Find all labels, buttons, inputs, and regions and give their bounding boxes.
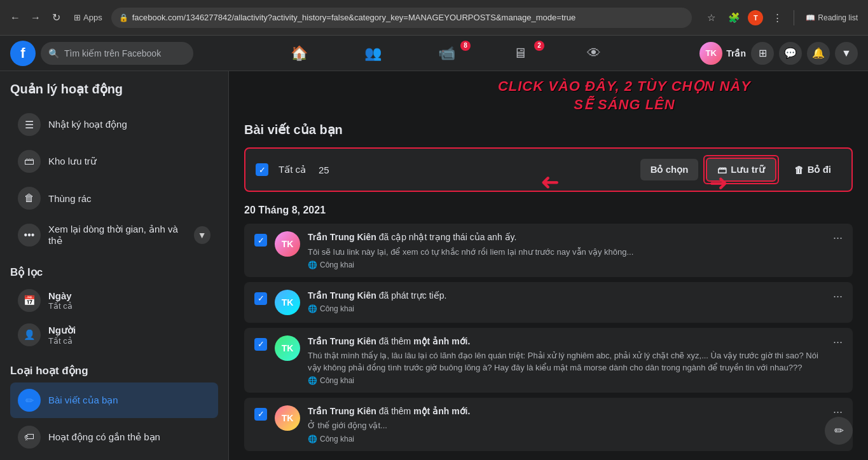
star-button[interactable]: ☆ xyxy=(702,9,720,27)
nav-video[interactable]: 📹 8 xyxy=(411,38,482,69)
content-area: CLICK VÀO ĐÂY, 2 TÙY CHỌN NÀY SẼ SÁNG LÊ… xyxy=(229,71,868,460)
post-desc-4: Ở thế giới động vật... xyxy=(308,420,825,431)
edit-button[interactable]: ✏ xyxy=(825,417,853,445)
post-privacy-2: 🌐 Công khai xyxy=(308,304,825,313)
reading-list-icon: 📖 xyxy=(806,13,815,22)
browser-profile[interactable]: T xyxy=(748,10,763,25)
post-content-2: Trần Trung Kiên đã phát trực tiếp. 🌐 Côn… xyxy=(308,290,825,314)
globe-icon-3: 🌐 xyxy=(308,376,317,385)
apps-label: Apps xyxy=(83,13,102,22)
messenger-button[interactable]: 💬 xyxy=(779,42,802,65)
account-menu-button[interactable]: ▼ xyxy=(835,42,858,65)
nav-right: TK Trần ⊞ 💬 🔔 ▼ xyxy=(699,42,858,65)
post-user-4: Trần Trung Kiên xyxy=(308,406,376,416)
sidebar-item-activity-log[interactable]: ☰ Nhật ký hoạt động xyxy=(10,107,218,142)
select-all-checkbox[interactable]: ✓ xyxy=(256,163,268,176)
post-checkbox-2[interactable]: ✓ xyxy=(254,292,267,305)
post-item-4: ✓ TK Trần Trung Kiên đã thêm một ảnh mới… xyxy=(244,398,853,451)
post-privacy-3: 🌐 Công khai xyxy=(308,376,825,385)
content-header: Bài viết của bạn xyxy=(244,122,853,137)
person-filter-content: Người Tất cả xyxy=(48,325,76,346)
post-more-2[interactable]: ··· xyxy=(833,290,843,303)
post-title-3: Trần Trung Kiên đã thêm một ảnh mới. xyxy=(308,335,825,348)
extensions-button[interactable]: 🧩 xyxy=(725,9,743,27)
nav-marketplace[interactable]: 🖥 2 xyxy=(485,38,556,69)
facebook-logo[interactable]: f xyxy=(10,41,36,66)
divider xyxy=(794,10,794,25)
sidebar-item-your-posts[interactable]: ✏ Bài viết của bạn xyxy=(10,382,218,418)
post-title-1: Trần Trung Kiên đã cập nhật trạng thái c… xyxy=(308,231,825,244)
apps-button[interactable]: ⊞ Apps xyxy=(70,11,106,24)
archive-button[interactable]: 🗃 Lưu trữ xyxy=(706,158,776,182)
post-user-3: Trần Trung Kiên xyxy=(308,336,376,346)
trash-label: Thùng rác xyxy=(48,193,92,204)
nav-friends[interactable]: 👥 xyxy=(337,38,408,69)
filter-person[interactable]: 👤 Người Tất cả xyxy=(10,318,218,351)
sidebar-item-timeline[interactable]: ••• Xem lại dòng thời gian, ảnh và thẻ ▼ xyxy=(10,217,218,253)
search-bar[interactable]: 🔍 xyxy=(41,42,193,65)
browser-nav-buttons: ← → ↻ xyxy=(6,9,65,27)
date-filter-icon: 📅 xyxy=(18,289,41,312)
browser-right-controls: ☆ 🧩 T ⋮ 📖 Reading list xyxy=(702,9,862,27)
post-title-2: Trần Trung Kiên đã phát trực tiếp. xyxy=(308,290,825,302)
facebook-navbar: f 🔍 🏠 👥 📹 8 🖥 2 👁 TK Trần ⊞ � xyxy=(0,36,868,71)
apps-grid-button[interactable]: ⊞ xyxy=(751,42,774,65)
activity-log-label: Nhật ký hoạt động xyxy=(48,119,127,130)
address-bar[interactable]: 🔒 facebook.com/1346277842/allactivity?ac… xyxy=(111,8,692,28)
sidebar-title: Quản lý hoạt động xyxy=(10,81,218,97)
nav-watch[interactable]: 👁 xyxy=(558,38,630,69)
select-bar: ✓ Tất cả 25 Bỏ chọn 🗃 Lưu trữ 🗑 Bỏ đi xyxy=(244,147,853,192)
reload-button[interactable]: ↻ xyxy=(47,9,65,27)
privacy-label-2: Công khai xyxy=(320,304,354,313)
annotation-line1: CLICK VÀO ĐÂY, 2 TÙY CHỌN NÀY xyxy=(498,78,751,96)
watch-icon: 👁 xyxy=(587,45,601,62)
reading-list-button[interactable]: 📖 Reading list xyxy=(802,11,862,25)
post-avatar-4: TK xyxy=(275,405,300,431)
person-filter-sub: Tất cả xyxy=(48,336,76,346)
your-posts-label: Bài viết của bạn xyxy=(48,395,118,406)
archive-btn-icon: 🗃 xyxy=(717,165,727,175)
post-more-1[interactable]: ··· xyxy=(833,231,843,245)
notifications-button[interactable]: 🔔 xyxy=(807,42,830,65)
post-avatar-1: TK xyxy=(275,231,300,257)
delete-btn-label: Bỏ đi xyxy=(808,164,831,175)
url-text: facebook.com/1346277842/allactivity?acti… xyxy=(132,13,576,22)
post-desc-3: Thú thật mình thấy lạ, lâu lâu lại có lã… xyxy=(308,350,825,373)
post-content-1: Trần Trung Kiên đã cập nhật trạng thái c… xyxy=(308,231,825,269)
post-checkbox-3[interactable]: ✓ xyxy=(254,338,267,351)
post-user-2: Trần Trung Kiên xyxy=(308,290,376,301)
post-checkbox-4[interactable]: ✓ xyxy=(254,408,267,421)
sidebar-item-tagged[interactable]: 🏷 Hoạt động có gắn thẻ bạn xyxy=(10,419,218,455)
nav-center: 🏠 👥 📹 8 🖥 2 👁 xyxy=(198,38,694,69)
user-profile-area[interactable]: TK Trần xyxy=(699,42,746,65)
nav-home[interactable]: 🏠 xyxy=(263,38,334,69)
date-filter-sub: Tất cả xyxy=(48,301,72,311)
post-item-3: ✓ TK Trần Trung Kiên đã thêm một ảnh mới… xyxy=(244,328,853,393)
search-input[interactable] xyxy=(64,48,186,58)
forward-button[interactable]: → xyxy=(27,9,45,27)
back-button[interactable]: ← xyxy=(6,9,24,27)
privacy-label-1: Công khai xyxy=(320,260,354,269)
post-title-4: Trần Trung Kiên đã thêm một ảnh mới. xyxy=(308,405,825,418)
menu-button[interactable]: ⋮ xyxy=(768,9,786,27)
archive-label: Kho lưu trữ xyxy=(48,156,97,167)
post-content-4: Trần Trung Kiên đã thêm một ảnh mới. Ở t… xyxy=(308,405,825,443)
date-separator: 20 Tháng 8, 2021 xyxy=(244,205,853,216)
globe-icon-1: 🌐 xyxy=(308,260,317,269)
archive-icon: 🗃 xyxy=(18,150,41,173)
user-name: Trần xyxy=(726,48,746,58)
post-content-3: Trần Trung Kiên đã thêm một ảnh mới. Thú… xyxy=(308,335,825,385)
annotation-line2: SẼ SÁNG LÊN xyxy=(498,96,751,114)
post-checkbox-1[interactable]: ✓ xyxy=(254,234,267,247)
post-more-3[interactable]: ··· xyxy=(833,335,843,349)
filter-date[interactable]: 📅 Ngày Tất cả xyxy=(10,284,218,317)
filter-section-title: Bộ lọc xyxy=(10,266,218,279)
person-filter-label: Người xyxy=(48,325,76,336)
expand-button[interactable]: ▼ xyxy=(194,226,210,244)
sidebar-item-trash[interactable]: 🗑 Thùng rác xyxy=(10,180,218,216)
delete-button[interactable]: 🗑 Bỏ đi xyxy=(784,159,841,180)
sidebar-item-archive[interactable]: 🗃 Kho lưu trữ xyxy=(10,144,218,179)
tagged-icon: 🏷 xyxy=(18,426,41,449)
date-filter-content: Ngày Tất cả xyxy=(48,290,72,311)
deselect-button[interactable]: Bỏ chọn xyxy=(640,159,699,180)
